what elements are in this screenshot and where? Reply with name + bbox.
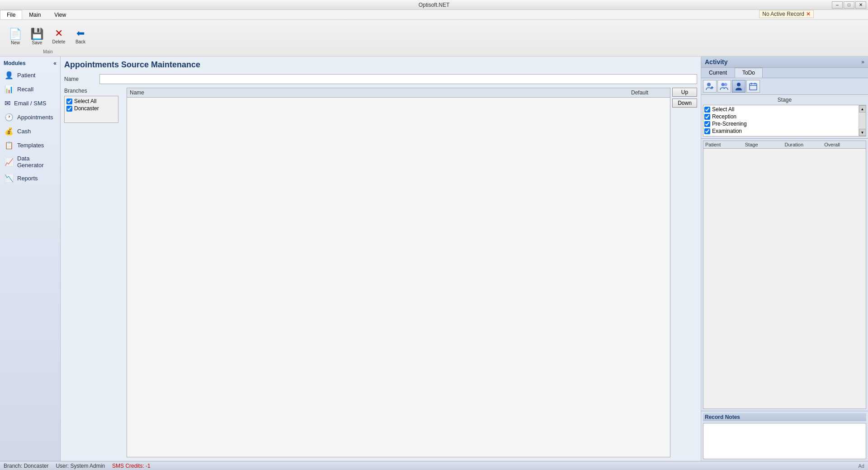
svg-point-5 [737,83,741,86]
close-button[interactable]: ✕ [855,1,866,9]
stage-reception-checkbox[interactable] [704,114,710,120]
stage-select-all[interactable]: Select All [704,106,858,113]
sidebar-item-email-sms[interactable]: ✉ Email / SMS [0,96,60,110]
sidebar-collapse-button[interactable]: « [53,60,57,66]
stage-scroll-down[interactable]: ▼ [859,129,866,136]
app-title: Optisoft.NET [419,2,450,8]
new-icon: 📄 [9,28,22,39]
status-ad: Ad [859,463,864,469]
activity-header: Activity » [701,56,868,68]
col-stage-header: Stage [745,142,785,147]
name-input[interactable] [99,74,697,84]
sidebar-title: Modules [4,60,26,66]
branch-doncaster[interactable]: Doncaster [66,105,116,112]
col-name-header: Name [130,89,631,96]
stage-examination[interactable]: Examination [704,128,858,134]
form-title: Appointments Source Maintenance [64,60,697,70]
no-active-record-label: No Active Record [762,11,804,17]
calendar-icon [749,82,758,91]
activity-tabs: Current ToDo [701,68,868,78]
sidebar-item-data-generator[interactable]: 📈 Data Generator [0,152,60,171]
branch-select-all[interactable]: Select All [66,98,116,104]
tab-view[interactable]: View [47,10,73,19]
activity-expand-button[interactable]: » [861,59,864,65]
activity-calendar-btn[interactable] [746,80,760,93]
branch-select-all-label: Select All [74,98,96,104]
delete-label: Delete [52,39,66,44]
activity-users-btn[interactable] [717,80,731,93]
sidebar-item-appointments[interactable]: 🕐 Appointments [0,110,60,124]
stage-pre-screening[interactable]: Pre-Screening [704,121,858,127]
activity-add-user-btn[interactable] [703,80,717,93]
activity-person-btn[interactable] [732,80,745,93]
users-icon [720,82,729,91]
svg-point-4 [724,83,727,86]
stage-examination-label: Examination [712,128,742,134]
sidebar-item-reports[interactable]: 📉 Reports [0,171,60,185]
stage-examination-checkbox[interactable] [704,128,710,134]
status-bar: Branch: Doncaster User: System Admin SMS… [0,461,868,470]
svg-point-0 [707,83,711,86]
title-bar: Optisoft.NET – □ ✕ [0,0,868,10]
branch-doncaster-checkbox[interactable] [66,106,72,112]
tab-file[interactable]: File [0,10,22,19]
branches-label: Branches [64,88,123,94]
data-generator-icon: 📈 [5,158,14,166]
save-icon: 💾 [30,28,44,39]
sidebar-item-templates[interactable]: 📋 Templates [0,138,60,152]
back-icon: ⬅ [76,28,85,38]
tab-current[interactable]: Current [701,68,735,78]
branch-doncaster-label: Doncaster [74,105,99,112]
sidebar-item-label-reports: Reports [17,175,38,182]
stage-pre-screening-checkbox[interactable] [704,121,710,127]
stage-scrollbar[interactable]: ▲ ▼ [859,105,866,136]
sidebar-item-label-appointments: Appointments [17,114,53,121]
stage-scroll-up[interactable]: ▲ [859,105,866,113]
branch-select-all-checkbox[interactable] [66,99,72,104]
stage-list: Select All Reception Pre-Screening Exami… [703,105,859,136]
content-area: Appointments Source Maintenance Name Bra… [61,56,701,461]
email-sms-icon: ✉ [5,99,10,108]
stage-reception[interactable]: Reception [704,113,858,120]
branches-list: Select All Doncaster [64,96,118,123]
tab-todo[interactable]: ToDo [735,68,763,78]
person-icon [734,82,743,91]
activity-table: Patient Stage Duration Overall [703,141,866,409]
stage-reception-label: Reception [712,113,736,120]
patient-icon: 👤 [5,71,14,80]
save-button[interactable]: 💾 Save [27,27,47,47]
recall-icon: 📊 [5,85,14,94]
delete-icon: ✕ [55,28,63,38]
status-branch: Branch: Doncaster [4,463,48,469]
sidebar-item-recall[interactable]: 📊 Recall [0,82,60,96]
new-button[interactable]: 📄 New [5,27,25,47]
sidebar-item-label-data-generator: Data Generator [17,155,56,169]
svg-point-3 [722,83,725,86]
ribbon-group-main: 📄 New 💾 Save ✕ Delete ⬅ Back Main [4,22,92,54]
activity-panel: Activity » Current ToDo [701,56,868,461]
templates-icon: 📋 [5,141,14,150]
minimize-button[interactable]: – [832,1,843,9]
col-duration-header: Duration [785,142,825,147]
no-active-record-close[interactable]: ✕ [806,11,811,17]
down-button[interactable]: Down [672,99,697,108]
stage-pre-screening-label: Pre-Screening [712,121,747,127]
sidebar-item-cash[interactable]: 💰 Cash [0,124,60,138]
app-body: Modules « 👤 Patient 📊 Recall ✉ Email / S… [0,56,868,461]
ribbon-group-label: Main [43,48,53,54]
tab-main[interactable]: Main [22,10,47,19]
back-button[interactable]: ⬅ Back [71,27,90,47]
delete-button[interactable]: ✕ Delete [49,27,69,47]
sidebar-item-label-patient: Patient [17,72,35,79]
stage-select-all-checkbox[interactable] [704,107,710,113]
record-notes-label: Record Notes [703,413,866,421]
status-sms-credits: SMS Credits: -1 [112,463,151,469]
cash-icon: 💰 [5,127,14,136]
name-label: Name [64,76,96,82]
maximize-button[interactable]: □ [844,1,854,9]
col-default-header: Default [631,89,667,96]
branches-section: Branches Select All Doncaster [64,88,123,457]
up-button[interactable]: Up [672,88,697,97]
sidebar-item-patient[interactable]: 👤 Patient [0,68,60,82]
record-notes-area[interactable] [703,423,866,459]
